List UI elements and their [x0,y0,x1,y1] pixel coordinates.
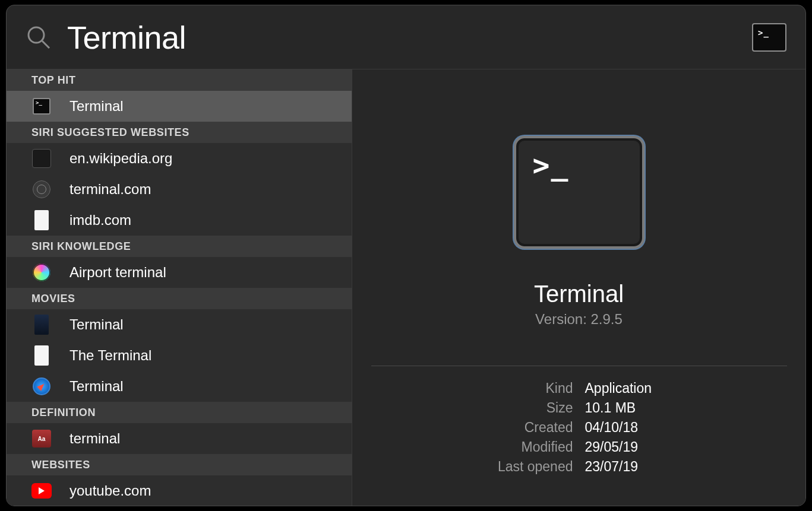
result-row[interactable]: youtube.com [7,475,352,506]
section-header: SIRI SUGGESTED WEBSITES [7,122,352,143]
result-label: The Terminal [69,347,151,364]
section-header: SIRI KNOWLEDGE [7,236,352,257]
siri-icon [31,262,52,283]
info-key: Kind [365,380,573,396]
result-row[interactable]: Terminal [7,371,352,402]
result-row[interactable]: Aaterminal [7,423,352,454]
app-icon-large: >_ [514,136,644,249]
poster-dark-icon [31,315,52,335]
result-row[interactable]: en.wikipedia.org [7,143,352,174]
preview-pane: >_ Terminal Version: 2.9.5 KindApplicati… [352,69,805,506]
info-value: 04/10/18 [585,420,793,436]
terminal-prompt-glyph: >_ [533,153,625,178]
spotlight-window: >_ TOP HIT>_TerminalSIRI SUGGESTED WEBSI… [6,5,806,506]
safari-icon [31,376,52,396]
section-header: TOP HIT [7,69,352,91]
result-row[interactable]: Airport terminal [7,257,352,288]
poster-white-icon [31,210,52,230]
result-row[interactable]: imdb.com [7,205,352,236]
content-area: TOP HIT>_TerminalSIRI SUGGESTED WEBSITES… [7,69,805,506]
svg-line-1 [42,41,49,48]
poster-white-icon [31,345,52,366]
info-key: Modified [365,439,573,455]
preview-divider [371,366,787,366]
preview-app-version: Version: 2.9.5 [535,311,623,328]
result-label: imdb.com [69,212,131,228]
info-value: 29/05/19 [585,439,793,455]
result-row[interactable]: terminal.com [7,174,352,205]
result-label: Terminal [69,378,124,395]
result-label: youtube.com [69,483,151,499]
search-row: >_ [7,5,805,69]
results-sidebar: TOP HIT>_TerminalSIRI SUGGESTED WEBSITES… [7,69,352,506]
result-row[interactable]: The Terminal [7,340,352,371]
result-label: terminal [69,430,120,447]
result-label: Airport terminal [69,264,166,281]
result-label: terminal.com [69,181,151,198]
result-row[interactable]: >_Terminal [7,91,352,122]
result-label: en.wikipedia.org [69,150,172,167]
info-key: Size [365,400,573,416]
info-value: 10.1 MB [585,400,793,416]
search-input[interactable] [67,19,741,56]
youtube-icon [31,481,52,501]
search-icon [26,24,52,50]
section-header: WEBSITES [7,454,352,475]
svg-point-0 [29,27,44,43]
terminal-icon: >_ [31,96,52,116]
preview-info-grid: KindApplicationSize10.1 MBCreated04/10/1… [365,380,793,475]
info-key: Last opened [365,459,573,475]
compass-icon [31,179,52,199]
info-value: Application [585,380,793,396]
thumbnail-icon [31,148,52,169]
terminal-prompt-glyph: >_ [758,28,769,37]
section-header: DEFINITION [7,402,352,423]
result-row[interactable]: Terminal [7,309,352,340]
dictionary-icon: Aa [31,429,52,449]
selected-result-thumbnail: >_ [752,23,786,52]
info-key: Created [365,420,573,436]
preview-app-name: Terminal [534,281,624,307]
result-label: Terminal [69,98,124,115]
result-label: Terminal [69,316,124,333]
info-value: 23/07/19 [585,459,793,475]
section-header: MOVIES [7,288,352,309]
